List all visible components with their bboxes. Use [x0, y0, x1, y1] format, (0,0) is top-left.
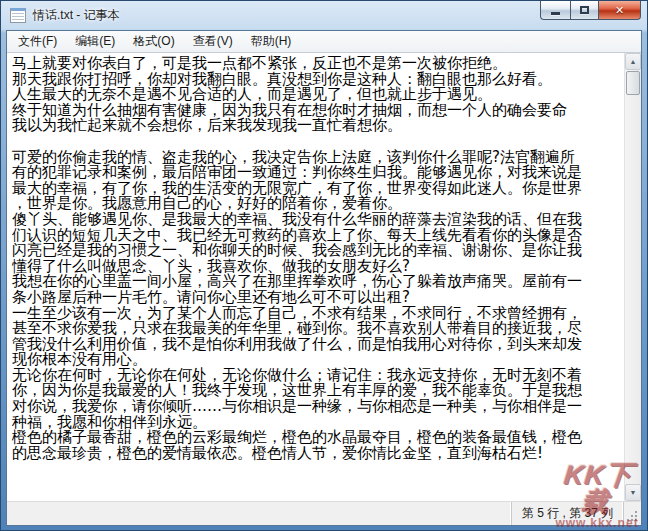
- menu-item-format[interactable]: 格式(O): [124, 30, 183, 53]
- menu-item-help[interactable]: 帮助(H): [242, 30, 301, 53]
- scroll-up-button[interactable]: ▲: [625, 53, 641, 70]
- menubar: 文件(F) 编辑(E) 格式(O) 查看(V) 帮助(H): [7, 31, 641, 52]
- menu-item-file[interactable]: 文件(F): [9, 30, 66, 53]
- scroll-up-icon: ▲: [630, 58, 637, 65]
- scroll-down-icon: ▼: [630, 489, 637, 496]
- minimize-button[interactable]: [540, 1, 570, 20]
- menu-item-view[interactable]: 查看(V): [184, 30, 242, 53]
- resize-grip[interactable]: [623, 502, 641, 525]
- scroll-track[interactable]: [625, 96, 641, 484]
- text-content[interactable]: 马上就要对你表白了，可是我一点都不紧张，反正也不是第一次被你拒绝。 那天我跟你打…: [7, 53, 624, 501]
- scroll-down-button[interactable]: ▼: [625, 484, 641, 501]
- vertical-scrollbar[interactable]: ▲ ▼: [624, 53, 641, 501]
- notepad-icon: [10, 8, 26, 23]
- close-button[interactable]: ✕: [599, 1, 641, 20]
- statusbar: 第 5 行 , 第 37 列: [7, 501, 641, 525]
- maximize-icon: [580, 6, 589, 14]
- window-controls: ✕: [540, 1, 641, 20]
- cursor-position: 第 5 行 , 第 37 列: [511, 502, 623, 525]
- editor: 马上就要对你表白了，可是我一点都不紧张，反正也不是第一次被你拒绝。 那天我跟你打…: [7, 52, 641, 501]
- menu-item-edit[interactable]: 编辑(E): [66, 30, 124, 53]
- close-icon: ✕: [615, 5, 624, 16]
- window-title: 情话.txt - 记事本: [33, 7, 120, 24]
- minimize-icon: [551, 12, 560, 15]
- scroll-thumb[interactable]: [626, 71, 640, 95]
- resize-grip-dots: [635, 519, 637, 521]
- maximize-button[interactable]: [570, 1, 599, 20]
- notepad-window: 情话.txt - 记事本 ✕ 文件(F) 编辑(E) 格式(O) 查看(V) 帮…: [0, 0, 648, 531]
- client-area: 文件(F) 编辑(E) 格式(O) 查看(V) 帮助(H) 马上就要对你表白了，…: [6, 30, 642, 526]
